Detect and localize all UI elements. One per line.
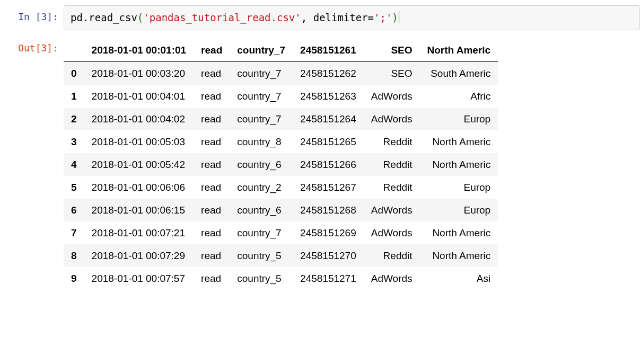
table-cell: read — [194, 267, 230, 290]
table-cell: read — [194, 221, 230, 244]
table-cell: 2458151269 — [293, 221, 364, 244]
text-cursor — [399, 11, 399, 23]
table-cell: 2458151267 — [293, 176, 364, 199]
table-cell: 2458151265 — [293, 130, 364, 153]
table-cell: 2018-01-01 00:05:03 — [84, 130, 194, 153]
code-kwarg-value: ';' — [374, 12, 392, 23]
table-cell: read — [194, 244, 230, 267]
table-cell: 2458151268 — [293, 199, 364, 221]
output-row: Out[3]: 2018-01-01 00:01:01 read country… — [5, 37, 640, 290]
table-row: 6 2018-01-01 00:06:15 read country_6 245… — [64, 199, 498, 221]
table-cell: country_5 — [230, 244, 293, 267]
row-index: 2 — [64, 108, 84, 130]
table-cell: 2458151270 — [293, 244, 364, 267]
dataframe-col-header: read — [194, 39, 230, 62]
dataframe-head: 2018-01-01 00:01:01 read country_7 24581… — [64, 39, 498, 62]
table-cell: AdWords — [364, 85, 420, 108]
dataframe-table: 2018-01-01 00:01:01 read country_7 24581… — [64, 39, 498, 290]
row-index: 9 — [64, 267, 84, 290]
row-index: 4 — [64, 153, 84, 176]
table-cell: 2458151262 — [293, 61, 364, 85]
code-cell[interactable]: pd.read_csv('pandas_tutorial_read.csv', … — [64, 5, 640, 30]
row-index: 7 — [64, 221, 84, 244]
row-index: 1 — [64, 85, 84, 108]
code-comma: , — [301, 12, 313, 23]
table-cell: North Americ — [420, 153, 498, 176]
input-row: In [3]: pd.read_csv('pandas_tutorial_rea… — [5, 5, 640, 37]
input-content: pd.read_csv('pandas_tutorial_read.csv', … — [64, 5, 640, 37]
table-cell: 2018-01-01 00:07:29 — [84, 244, 194, 267]
dataframe-header-row: 2018-01-01 00:01:01 read country_7 24581… — [64, 39, 498, 62]
table-cell: Reddit — [364, 153, 420, 176]
table-cell: 2018-01-01 00:04:02 — [84, 108, 194, 130]
notebook-cell: In [3]: pd.read_csv('pandas_tutorial_rea… — [5, 5, 640, 290]
table-cell: Europ — [420, 108, 498, 130]
code-object: pd — [71, 12, 83, 23]
code-kwarg: delimiter — [313, 12, 368, 23]
table-row: 8 2018-01-01 00:07:29 read country_5 245… — [64, 244, 498, 267]
row-index: 0 — [64, 61, 84, 85]
table-cell: AdWords — [364, 221, 420, 244]
dataframe-col-header: country_7 — [230, 39, 293, 62]
table-cell: read — [194, 153, 230, 176]
table-cell: read — [194, 176, 230, 199]
table-cell: North Americ — [420, 244, 498, 267]
table-cell: Reddit — [364, 244, 420, 267]
table-cell: 2018-01-01 00:07:21 — [84, 221, 194, 244]
table-cell: 2018-01-01 00:06:06 — [84, 176, 194, 199]
dataframe-col-header: 2018-01-01 00:01:01 — [84, 39, 194, 62]
table-cell: AdWords — [364, 199, 420, 221]
table-cell: 2018-01-01 00:05:42 — [84, 153, 194, 176]
table-cell: read — [194, 108, 230, 130]
dataframe-col-header: 2458151261 — [293, 39, 364, 62]
table-row: 9 2018-01-01 00:07:57 read country_5 245… — [64, 267, 498, 290]
table-row: 0 2018-01-01 00:03:20 read country_7 245… — [64, 61, 498, 85]
table-cell: 2458151271 — [293, 267, 364, 290]
row-index: 8 — [64, 244, 84, 267]
row-index: 3 — [64, 130, 84, 153]
code-eq: = — [368, 12, 374, 23]
table-cell: read — [194, 61, 230, 85]
code-lparen: ( — [137, 12, 143, 23]
table-cell: 2458151263 — [293, 85, 364, 108]
table-cell: 2458151266 — [293, 153, 364, 176]
code-rparen: ) — [392, 12, 398, 23]
table-cell: Asi — [420, 267, 498, 290]
table-row: 3 2018-01-01 00:05:03 read country_8 245… — [64, 130, 498, 153]
table-row: 1 2018-01-01 00:04:01 read country_7 245… — [64, 85, 498, 108]
table-row: 4 2018-01-01 00:05:42 read country_6 245… — [64, 153, 498, 176]
table-cell: North Americ — [420, 221, 498, 244]
dataframe-corner — [64, 39, 84, 62]
table-cell: AdWords — [364, 108, 420, 130]
table-cell: 2018-01-01 00:07:57 — [84, 267, 194, 290]
table-cell: country_7 — [230, 85, 293, 108]
table-cell: country_8 — [230, 130, 293, 153]
table-row: 7 2018-01-01 00:07:21 read country_7 245… — [64, 221, 498, 244]
dataframe-col-header: SEO — [364, 39, 420, 62]
table-cell: read — [194, 85, 230, 108]
table-cell: country_5 — [230, 267, 293, 290]
table-cell: country_7 — [230, 108, 293, 130]
output-content: 2018-01-01 00:01:01 read country_7 24581… — [64, 37, 640, 290]
row-index: 5 — [64, 176, 84, 199]
table-cell: 2018-01-01 00:03:20 — [84, 61, 194, 85]
table-cell: Reddit — [364, 130, 420, 153]
table-cell: country_7 — [230, 221, 293, 244]
table-cell: country_6 — [230, 153, 293, 176]
table-cell: South Americ — [420, 61, 498, 85]
row-index: 6 — [64, 199, 84, 221]
code-string: 'pandas_tutorial_read.csv' — [143, 12, 301, 23]
table-cell: North Americ — [420, 130, 498, 153]
in-prompt: In [3]: — [5, 5, 64, 28]
code-func: read_csv — [89, 12, 137, 23]
table-cell: Afric — [420, 85, 498, 108]
table-cell: country_7 — [230, 61, 293, 85]
table-cell: SEO — [364, 61, 420, 85]
table-cell: read — [194, 199, 230, 221]
table-cell: AdWords — [364, 267, 420, 290]
code-dot: . — [83, 12, 89, 23]
table-cell: 2018-01-01 00:06:15 — [84, 199, 194, 221]
out-prompt: Out[3]: — [5, 37, 64, 59]
table-row: 2 2018-01-01 00:04:02 read country_7 245… — [64, 108, 498, 130]
table-cell: country_2 — [230, 176, 293, 199]
